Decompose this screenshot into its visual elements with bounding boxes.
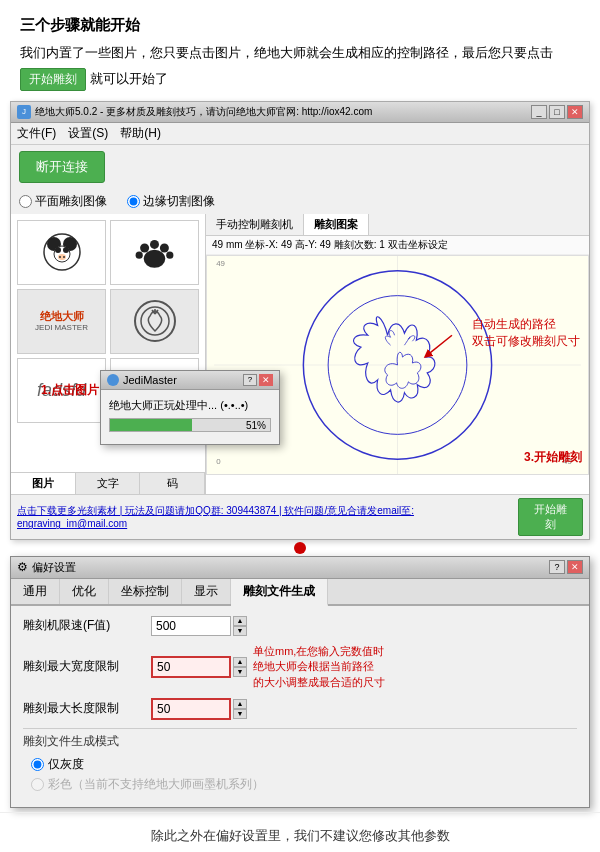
menu-settings[interactable]: 设置(S) xyxy=(68,125,108,142)
bottom-link[interactable]: 点击下载更多光刻素材 | 玩法及问题请加QQ群: 309443874 | 软件问… xyxy=(17,504,518,529)
pref-input-length-container: ▲ ▼ xyxy=(151,698,577,720)
pref-note: 单位mm,在您输入完数值时绝地大师会根据当前路径的大小调整成最合适的尺寸 xyxy=(253,644,577,690)
tab-code[interactable]: 码 xyxy=(140,473,205,494)
spin-down-speed[interactable]: ▼ xyxy=(233,626,247,636)
paw-svg xyxy=(132,230,177,275)
pref-tab-display[interactable]: 显示 xyxy=(182,579,231,604)
connect-button[interactable]: 断开连接 xyxy=(19,151,105,183)
progress-percent: 51% xyxy=(246,419,266,433)
thumbnail-panda[interactable] xyxy=(17,220,106,285)
svg-point-11 xyxy=(150,240,159,249)
progress-titlebar: JediMaster ? ✕ xyxy=(101,371,279,390)
auto-path-label: 自动生成的路径 双击可修改雕刻尺寸 xyxy=(472,316,580,350)
tab-engrave-pattern[interactable]: 雕刻图案 xyxy=(304,214,369,235)
svg-point-12 xyxy=(160,243,169,252)
top-section: 三个步骤就能开始 我们内置了一些图片，您只要点击图片，绝地大师就会生成相应的控制… xyxy=(0,0,600,101)
right-tabs: 手动控制雕刻机 雕刻图案 xyxy=(206,214,589,236)
svg-text:0: 0 xyxy=(216,457,221,466)
close-button[interactable]: ✕ xyxy=(567,105,583,119)
progress-title-left: JediMaster xyxy=(107,374,177,386)
coordinate-display: 49 mm 坐标-X: 49 高-Y: 49 雕刻次数: 1 双击坐标设定 xyxy=(212,238,448,252)
pref-spin-speed: ▲ ▼ xyxy=(233,616,247,636)
svg-point-7 xyxy=(59,256,61,258)
pref-help-button[interactable]: ? xyxy=(549,560,565,574)
preference-dialog: ⚙ 偏好设置 ? ✕ 通用 优化 坐标控制 显示 雕刻文件生成 雕刻机限速(F值… xyxy=(10,556,590,808)
thumbnail-circle-logo[interactable] xyxy=(110,289,199,354)
top-title: 三个步骤就能开始 xyxy=(20,16,580,35)
app-window: J 绝地大师5.0.2 - 更多材质及雕刻技巧，请访问绝地大师官网: http:… xyxy=(10,101,590,540)
radio-flat-engrave[interactable]: 平面雕刻图像 xyxy=(19,193,107,210)
progress-dialog-icon xyxy=(107,374,119,386)
window-controls: _ □ ✕ xyxy=(531,105,583,119)
pref-label-max-length: 雕刻最大长度限制 xyxy=(23,700,143,717)
pref-icon: ⚙ xyxy=(17,560,28,574)
start-engrave-main-button[interactable]: 开始雕刻 xyxy=(518,498,583,536)
maximize-button[interactable]: □ xyxy=(549,105,565,119)
progress-dialog-title: JediMaster xyxy=(123,374,177,386)
image-mode-group: 平面雕刻图像 边缘切割图像 xyxy=(11,189,589,214)
pref-label-speed: 雕刻机限速(F值) xyxy=(23,617,143,634)
minimize-button[interactable]: _ xyxy=(531,105,547,119)
pref-tab-engrave-file[interactable]: 雕刻文件生成 xyxy=(231,579,328,606)
window-title: 绝地大师5.0.2 - 更多材质及雕刻技巧，请访问绝地大师官网: http://… xyxy=(35,105,372,119)
spin-up-width[interactable]: ▲ xyxy=(233,657,247,667)
pref-tabs: 通用 优化 坐标控制 显示 雕刻文件生成 xyxy=(11,579,589,606)
main-content: 绝地大师 JEDI MASTER xyxy=(11,214,589,494)
pref-section-label: 雕刻文件生成模式 xyxy=(23,733,577,750)
pref-row-speed: 雕刻机限速(F值) ▲ ▼ xyxy=(23,616,577,636)
svg-point-9 xyxy=(144,250,166,268)
thumbnail-paw[interactable] xyxy=(110,220,199,285)
progress-body: 绝地大师正玩处理中... (•.•..•) 51% xyxy=(101,390,279,444)
svg-point-8 xyxy=(63,256,65,258)
left-panel: 绝地大师 JEDI MASTER xyxy=(11,214,206,494)
pref-input-max-width[interactable] xyxy=(151,656,231,678)
spin-up-speed[interactable]: ▲ xyxy=(233,616,247,626)
menu-file[interactable]: 文件(F) xyxy=(17,125,56,142)
tab-manual-control[interactable]: 手动控制雕刻机 xyxy=(206,214,304,235)
window-titlebar: J 绝地大师5.0.2 - 更多材质及雕刻技巧，请访问绝地大师官网: http:… xyxy=(11,102,589,123)
pref-content: 雕刻机限速(F值) ▲ ▼ 雕刻最大宽度限制 ▲ ▼ 单位mm,在您输入完数值时… xyxy=(11,606,589,807)
pref-tab-optimize[interactable]: 优化 xyxy=(60,579,109,604)
menu-help[interactable]: 帮助(H) xyxy=(120,125,161,142)
pref-dialog-title: 偏好设置 xyxy=(32,560,76,575)
circle-logo-svg xyxy=(130,296,180,346)
pref-input-max-length[interactable] xyxy=(151,698,231,720)
tab-images[interactable]: 图片 xyxy=(11,473,76,494)
bottom-bar: 点击下载更多光刻素材 | 玩法及问题请加QQ群: 309443874 | 软件问… xyxy=(11,494,589,539)
spin-up-length[interactable]: ▲ xyxy=(233,699,247,709)
pref-title-left: ⚙ 偏好设置 xyxy=(17,560,76,575)
inline-start-engrave-button[interactable]: 开始雕刻 xyxy=(20,68,86,91)
svg-point-14 xyxy=(166,251,173,258)
top-description: 我们内置了一些图片，您只要点击图片，绝地大师就会生成相应的控制路径，最后您只要点… xyxy=(20,43,580,91)
progress-help-button[interactable]: ? xyxy=(243,374,257,386)
panda-svg xyxy=(37,227,87,277)
svg-point-13 xyxy=(136,251,143,258)
pref-tab-general[interactable]: 通用 xyxy=(11,579,60,604)
toolbar: 断开连接 xyxy=(11,145,589,189)
separator xyxy=(23,728,577,729)
pref-tab-coordinate[interactable]: 坐标控制 xyxy=(109,579,182,604)
pref-input-speed[interactable] xyxy=(151,616,231,636)
progress-bar-fill xyxy=(110,419,192,431)
progress-bar-container: 51% xyxy=(109,418,271,432)
pref-controls: ? ✕ xyxy=(549,560,583,574)
spin-down-width[interactable]: ▼ xyxy=(233,667,247,677)
connector-area xyxy=(0,542,600,554)
pref-row-max-width: 雕刻最大宽度限制 ▲ ▼ 单位mm,在您输入完数值时绝地大师会根据当前路径的大小… xyxy=(23,644,577,690)
top-desc-after: 就可以开始了 xyxy=(90,69,168,90)
pref-close-button[interactable]: ✕ xyxy=(567,560,583,574)
thumbnail-jedimaster[interactable]: 绝地大师 JEDI MASTER xyxy=(17,289,106,354)
app-icon: J xyxy=(17,105,31,119)
right-controls-bar: 49 mm 坐标-X: 49 高-Y: 49 雕刻次数: 1 双击坐标设定 xyxy=(206,236,589,255)
spin-down-length[interactable]: ▼ xyxy=(233,709,247,719)
right-panel: 手动控制雕刻机 雕刻图案 49 mm 坐标-X: 49 高-Y: 49 雕刻次数… xyxy=(206,214,589,494)
pref-label-max-width: 雕刻最大宽度限制 xyxy=(23,658,143,675)
tab-text[interactable]: 文字 xyxy=(76,473,141,494)
pref-spin-width: ▲ ▼ xyxy=(233,657,247,677)
top-desc-before: 我们内置了一些图片，您只要点击图片，绝地大师就会生成相应的控制路径，最后您只要点… xyxy=(20,43,553,64)
radio-edge-cut[interactable]: 边缘切割图像 xyxy=(127,193,215,210)
progress-dialog: JediMaster ? ✕ 绝地大师正玩处理中... (•.•..•) 51% xyxy=(100,370,280,445)
pref-radio-grayscale[interactable]: 仅灰度 xyxy=(31,756,577,773)
svg-point-4 xyxy=(55,247,61,253)
progress-close-button[interactable]: ✕ xyxy=(259,374,273,386)
